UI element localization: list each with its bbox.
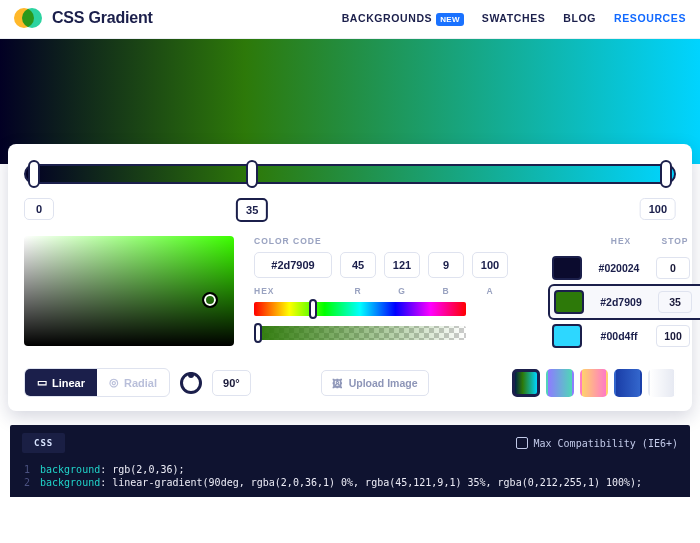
logo-icon	[14, 8, 42, 28]
code-output: CSS Max Compatibility (IE6+) 1 backgroun…	[10, 425, 690, 497]
angle-dial[interactable]	[180, 372, 202, 394]
bottom-controls: ▭ Linear ◎ Radial 90° 🖼 Upload Image	[24, 368, 676, 397]
app-header: CSS Gradient BACKGROUNDSNEW SWATCHES BLO…	[0, 0, 700, 39]
gradient-track[interactable]	[24, 158, 676, 188]
stop-hex-2: #00d4ff	[588, 330, 650, 342]
stop-list: HEX STOP ⊕ #020024 0 × #2d7909 35 × #00d…	[548, 236, 700, 352]
stop-handle-1[interactable]	[246, 160, 258, 188]
type-segmented: ▭ Linear ◎ Radial	[24, 368, 170, 397]
a-label: A	[472, 286, 508, 296]
angle-input[interactable]: 90°	[212, 370, 251, 396]
image-icon: 🖼	[332, 377, 343, 389]
swatch-1[interactable]	[554, 290, 584, 314]
nav-blog[interactable]: BLOG	[563, 12, 596, 24]
preset-2[interactable]	[580, 369, 608, 397]
stop-pos-2[interactable]: 100	[656, 325, 690, 347]
preset-0[interactable]	[512, 369, 540, 397]
preset-row	[512, 369, 676, 397]
upload-image-button[interactable]: 🖼 Upload Image	[321, 370, 429, 396]
code-line-1: 1 background: rgb(2,0,36);	[10, 463, 690, 476]
g-input[interactable]: 121	[384, 252, 420, 278]
max-compat-toggle[interactable]: Max Compatibility (IE6+)	[516, 437, 679, 449]
stop-hex-0: #020024	[588, 262, 650, 274]
stop-row-1[interactable]: #2d7909 35 ×	[548, 284, 700, 320]
swatch-2[interactable]	[552, 324, 582, 348]
stop-row-0[interactable]: #020024 0 ×	[548, 252, 700, 284]
hue-handle[interactable]	[309, 299, 317, 319]
sl-hex-label: HEX	[590, 236, 652, 246]
stop-value-1[interactable]: 35	[236, 198, 268, 222]
b-label: B	[428, 286, 464, 296]
new-badge: NEW	[436, 13, 464, 26]
nav-resources[interactable]: RESOURCES	[614, 12, 686, 24]
preset-4[interactable]	[648, 369, 676, 397]
stop-row-2[interactable]: #00d4ff 100 ×	[548, 320, 700, 352]
stop-handle-2[interactable]	[660, 160, 672, 188]
stop-value-0[interactable]: 0	[24, 198, 54, 220]
delete-stop-2[interactable]: ×	[696, 328, 700, 344]
color-code-section: COLOR CODE #2d7909 45 121 9 100 HEX R G …	[254, 236, 508, 352]
g-label: G	[384, 286, 420, 296]
linear-icon: ▭	[37, 376, 47, 389]
stop-values-row: 0 35 100	[24, 198, 676, 226]
brand-title: CSS Gradient	[52, 9, 153, 27]
delete-stop-0[interactable]: ×	[696, 260, 700, 276]
css-tab[interactable]: CSS	[22, 433, 65, 453]
color-code-label: COLOR CODE	[254, 236, 332, 246]
hue-slider[interactable]	[254, 302, 466, 316]
stop-value-2[interactable]: 100	[640, 198, 676, 220]
top-nav: BACKGROUNDSNEW SWATCHES BLOG RESOURCES	[342, 12, 686, 24]
alpha-handle[interactable]	[254, 323, 262, 343]
code-line-2: 2 background: linear-gradient(90deg, rgb…	[10, 476, 690, 489]
nav-swatches[interactable]: SWATCHES	[482, 12, 546, 24]
preset-3[interactable]	[614, 369, 642, 397]
code-body[interactable]: 1 background: rgb(2,0,36); 2 background:…	[10, 459, 690, 497]
alpha-slider[interactable]	[254, 326, 466, 340]
hex-input[interactable]: #2d7909	[254, 252, 332, 278]
gradient-track-bar[interactable]	[24, 164, 676, 184]
stop-pos-1[interactable]: 35	[658, 291, 692, 313]
preset-1[interactable]	[546, 369, 574, 397]
r-input[interactable]: 45	[340, 252, 376, 278]
swatch-0[interactable]	[552, 256, 582, 280]
sv-cursor[interactable]	[204, 294, 216, 306]
r-label: R	[340, 286, 376, 296]
brand: CSS Gradient	[14, 8, 153, 28]
stop-handle-0[interactable]	[28, 160, 40, 188]
radial-option[interactable]: ◎ Radial	[97, 369, 169, 396]
stop-pos-0[interactable]: 0	[656, 257, 690, 279]
stop-hex-1: #2d7909	[590, 296, 652, 308]
color-picker	[24, 236, 234, 352]
editor-panel: 0 35 100 COLOR CODE #2d7909 45 121 9 100…	[8, 144, 692, 411]
a-input[interactable]: 100	[472, 252, 508, 278]
b-input[interactable]: 9	[428, 252, 464, 278]
checkbox-icon[interactable]	[516, 437, 528, 449]
sl-stop-label: STOP	[658, 236, 692, 246]
radial-icon: ◎	[109, 376, 119, 389]
hex-label: HEX	[254, 286, 332, 296]
nav-backgrounds[interactable]: BACKGROUNDSNEW	[342, 12, 464, 24]
linear-option[interactable]: ▭ Linear	[25, 369, 97, 396]
saturation-value-area[interactable]	[24, 236, 234, 346]
